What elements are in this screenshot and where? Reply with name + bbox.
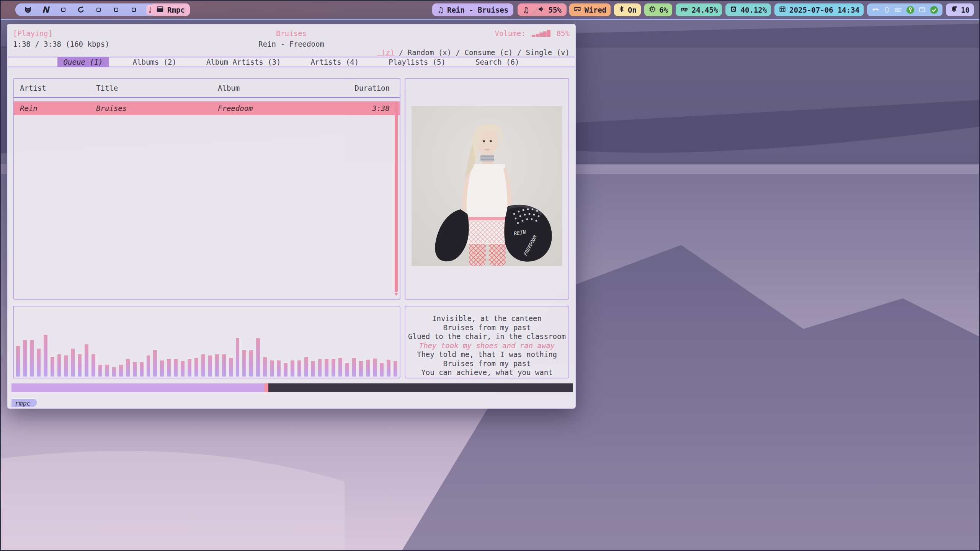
visualizer-bar	[284, 363, 287, 377]
visualizer-bar	[318, 359, 322, 377]
progress-thumb[interactable]	[264, 383, 268, 392]
visualizer-bar	[222, 354, 226, 377]
song-progress-bar[interactable]	[11, 383, 573, 392]
visualizer-bar	[380, 363, 384, 377]
visualizer-bar	[16, 346, 20, 377]
cpu-pill[interactable]: 6%	[644, 3, 672, 16]
tab-queue-1[interactable]: Queue (1)	[57, 57, 109, 67]
visualizer-bar	[277, 360, 281, 377]
queue-header-separator	[14, 97, 400, 98]
column-header-title[interactable]: Title	[96, 84, 218, 92]
tab-search-6[interactable]: Search (6)	[469, 57, 525, 67]
notifications-label: 10	[961, 6, 970, 14]
visualizer-bar	[242, 350, 246, 377]
cat-icon[interactable]	[23, 5, 33, 15]
volume-pill[interactable]: 55%	[533, 3, 565, 16]
focused-window-chip[interactable]: Rmpc	[151, 3, 190, 16]
visualizer-bar	[167, 359, 171, 377]
square-icon[interactable]	[129, 5, 139, 15]
visualizer-panel	[13, 306, 400, 378]
keyboard-icon[interactable]	[894, 6, 902, 14]
rmpc-window: [Playing] 1:38 / 3:38 (160 kbps) Bruises…	[7, 24, 576, 409]
bluetooth-pill[interactable]: On	[614, 3, 641, 16]
square-icon[interactable]	[93, 5, 103, 15]
album-art-image: REIN FREEDOOM	[412, 106, 562, 266]
toggles-rest[interactable]: / Random (x) / Consume (c) / Single (v)	[394, 48, 570, 57]
phone-icon[interactable]	[884, 6, 890, 14]
terminal-icon	[156, 5, 164, 15]
square-icon[interactable]	[58, 5, 68, 15]
album-art-panel: REIN FREEDOOM	[405, 78, 569, 300]
square-icon[interactable]	[111, 5, 121, 15]
lyric-line: You can achieve, what you want	[405, 368, 568, 377]
ethernet-icon	[573, 5, 581, 15]
visualizer-bar	[153, 350, 157, 377]
queue-row[interactable]: ReinBruisesFreedoom3:38	[14, 101, 400, 115]
visualizer-bars	[16, 306, 397, 377]
visualizer-bar	[332, 359, 335, 377]
queue-cell-artist: Rein	[20, 104, 96, 112]
queue-panel: ArtistTitleAlbumDuration ReinBruisesFree…	[13, 78, 400, 300]
neovim-icon[interactable]: N	[41, 5, 51, 15]
visualizer-bar	[98, 365, 102, 377]
visualizer-bar	[30, 340, 34, 377]
repeat-toggle[interactable]: (z)	[377, 48, 395, 57]
key-icon[interactable]	[906, 6, 915, 14]
column-header-album[interactable]: Album	[218, 84, 342, 92]
visualizer-bar	[147, 355, 150, 377]
volume-label: Volume:	[495, 29, 526, 37]
column-header-artist[interactable]: Artist	[20, 84, 96, 92]
scroll-down-icon[interactable]	[394, 293, 398, 296]
scroll-up-icon[interactable]	[394, 101, 398, 104]
volume-ramp-icon	[532, 30, 550, 37]
visualizer-bar	[373, 359, 377, 377]
visualizer-bar	[78, 354, 82, 377]
notifications-pill[interactable]: 10	[946, 3, 974, 16]
progress-remaining	[268, 383, 573, 392]
tab-albums-2[interactable]: Albums (2)	[127, 57, 183, 67]
bar-accent-line	[1, 19, 979, 20]
visualizer-bar	[119, 365, 123, 377]
now-playing-widget[interactable]: ♫ Rein - Bruises	[432, 3, 513, 16]
music-note-icon: ♫	[523, 6, 529, 14]
check-icon[interactable]	[930, 6, 938, 14]
visualizer-bar	[394, 361, 397, 377]
visualizer-bar	[311, 361, 315, 377]
volume-indicator: Volume: 85%	[495, 29, 570, 37]
column-header-duration[interactable]: Duration	[342, 84, 390, 92]
visualizer-bar	[387, 360, 390, 377]
clock-pill[interactable]: 2025-07-06 14:34	[774, 3, 864, 16]
top-status-bar: N♫ Rmpc ♫ Rein - Bruises ♫ 55%WiredOn6%2…	[1, 1, 979, 19]
window-icon[interactable]	[918, 6, 926, 13]
visualizer-bar	[133, 362, 137, 377]
visualizer-bar	[105, 365, 109, 377]
visualizer-bar	[201, 354, 205, 377]
network-pill[interactable]: Wired	[569, 3, 611, 16]
tab-artists-4[interactable]: Artists (4)	[304, 57, 365, 67]
tray-pill[interactable]	[867, 3, 942, 16]
lyric-line: Invisible, at the canteen	[405, 314, 568, 323]
disk-pill[interactable]: 40.12%	[725, 3, 771, 16]
tab-album-artists-3[interactable]: Album Artists (3)	[200, 57, 287, 67]
volume-value: 85%	[557, 29, 570, 37]
mustache-icon[interactable]	[871, 5, 880, 14]
queue-header-row: ArtistTitleAlbumDuration	[14, 79, 400, 97]
refresh-icon[interactable]	[76, 5, 86, 15]
cpu-label: 6%	[659, 6, 668, 14]
clock-label: 2025-07-06 14:34	[789, 6, 859, 14]
window-title-tag: rmpc	[11, 399, 37, 407]
scrollbar-thumb[interactable]	[395, 104, 398, 292]
visualizer-bar	[366, 360, 370, 377]
visualizer-bar	[352, 358, 356, 377]
network-label: Wired	[585, 6, 606, 14]
visualizer-bar	[57, 354, 61, 377]
status-widgets: 55%WiredOn6%24.45%40.12%2025-07-06 14:34…	[533, 3, 974, 16]
disk-label: 40.12%	[740, 6, 767, 14]
ram-icon	[680, 5, 689, 15]
tab-playlists-5[interactable]: Playlists (5)	[382, 57, 452, 67]
queue-scrollbar[interactable]	[394, 101, 398, 296]
progress-fill	[11, 383, 264, 392]
memory-pill[interactable]: 24.45%	[676, 3, 722, 16]
visualizer-bar	[291, 360, 294, 377]
visualizer-bar	[160, 360, 164, 377]
